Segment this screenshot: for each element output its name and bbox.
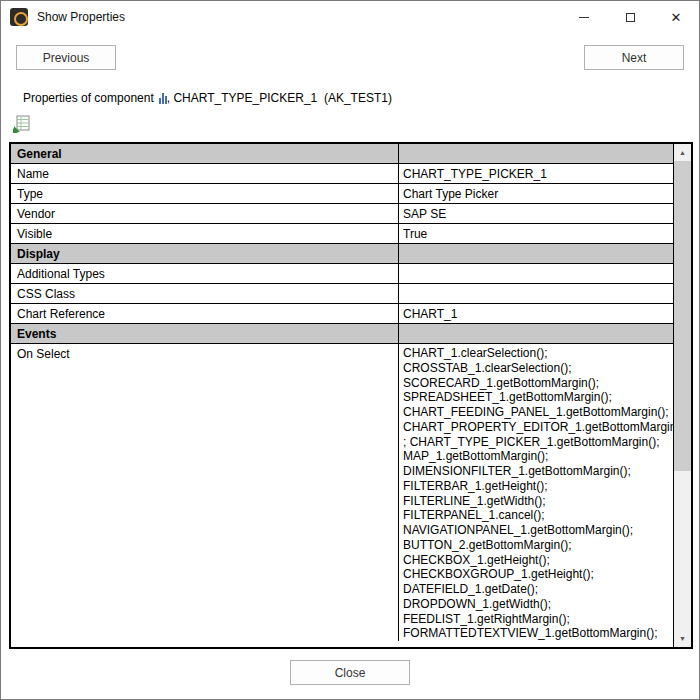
section-row[interactable]: Display <box>11 244 673 264</box>
property-row[interactable]: VendorSAP SE <box>11 204 673 224</box>
property-row[interactable]: CSS Class <box>11 284 673 304</box>
property-value <box>399 144 673 163</box>
property-value: CHART_TYPE_PICKER_1 <box>399 164 673 183</box>
property-row[interactable]: NameCHART_TYPE_PICKER_1 <box>11 164 673 184</box>
property-value: True <box>399 224 673 243</box>
property-label: Additional Types <box>11 264 399 283</box>
section-row[interactable]: General <box>11 144 673 164</box>
property-label: Chart Reference <box>11 304 399 323</box>
header-prefix: Properties of component <box>23 91 154 105</box>
scroll-up-button[interactable]: ▲ <box>674 144 691 161</box>
property-label: Type <box>11 184 399 203</box>
nav-button-row: Previous Next <box>16 45 684 70</box>
property-row[interactable]: VisibleTrue <box>11 224 673 244</box>
chart-icon <box>159 93 167 104</box>
property-value: Chart Type Picker <box>399 184 673 203</box>
maximize-button[interactable] <box>607 1 653 33</box>
close-icon: ✕ <box>671 11 682 24</box>
show-properties-window: Show Properties ✕ Previous Next Properti… <box>0 0 700 700</box>
minimize-icon <box>579 17 589 18</box>
window-controls: ✕ <box>561 1 699 33</box>
next-button[interactable]: Next <box>584 45 684 70</box>
vertical-scrollbar[interactable]: ▲ ▼ <box>674 144 691 647</box>
footer: Close <box>1 660 699 685</box>
property-row[interactable]: TypeChart Type Picker <box>11 184 673 204</box>
property-label: General <box>11 144 399 163</box>
app-icon <box>10 8 28 26</box>
property-row[interactable]: On SelectCHART_1.clearSelection();CROSST… <box>11 344 673 641</box>
maximize-icon <box>626 13 635 22</box>
property-value: CHART_1 <box>399 304 673 323</box>
property-label: Name <box>11 164 399 183</box>
property-value <box>399 264 673 283</box>
scrollbar-track[interactable] <box>674 161 691 630</box>
property-row[interactable]: Chart ReferenceCHART_1 <box>11 304 673 324</box>
property-label: Events <box>11 324 399 343</box>
properties-table-body: GeneralNameCHART_TYPE_PICKER_1TypeChart … <box>11 144 674 647</box>
property-label: On Select <box>11 344 399 641</box>
property-value <box>399 244 673 263</box>
component-header: Properties of component , CHART_TYPE_PIC… <box>23 91 392 105</box>
header-component-name: , CHART_TYPE_PICKER_1 (AK_TEST1) <box>167 91 392 105</box>
scroll-down-button[interactable]: ▼ <box>674 630 691 647</box>
export-icon[interactable] <box>13 115 31 133</box>
window-title: Show Properties <box>37 10 125 24</box>
property-value <box>399 284 673 303</box>
property-label: Visible <box>11 224 399 243</box>
scrollbar-thumb[interactable] <box>674 161 691 471</box>
property-value <box>399 324 673 343</box>
property-label: CSS Class <box>11 284 399 303</box>
previous-button[interactable]: Previous <box>16 45 116 70</box>
export-spreadsheet-icon <box>13 115 31 133</box>
close-button[interactable]: Close <box>290 660 410 685</box>
property-row[interactable]: Additional Types <box>11 264 673 284</box>
property-label: Display <box>11 244 399 263</box>
property-value: CHART_1.clearSelection();CROSSTAB_1.clea… <box>399 344 673 641</box>
titlebar: Show Properties ✕ <box>1 1 699 33</box>
minimize-button[interactable] <box>561 1 607 33</box>
section-row[interactable]: Events <box>11 324 673 344</box>
close-window-button[interactable]: ✕ <box>653 1 699 33</box>
property-label: Vendor <box>11 204 399 223</box>
property-value: SAP SE <box>399 204 673 223</box>
properties-table: GeneralNameCHART_TYPE_PICKER_1TypeChart … <box>9 142 693 649</box>
